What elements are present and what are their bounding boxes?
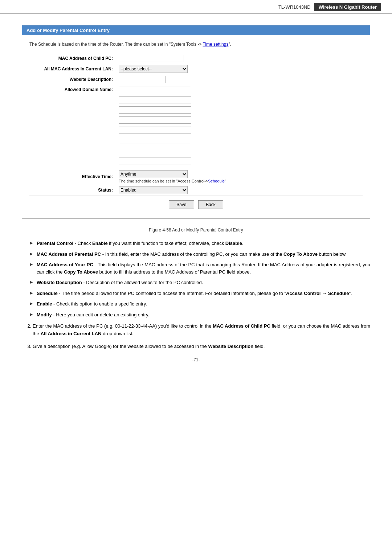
domain-row-1: Allowed Domain Name: bbox=[29, 85, 363, 95]
form-table: MAC Address of Child PC: All MAC Address… bbox=[29, 53, 363, 196]
bullet-arrow-7: ► bbox=[29, 312, 34, 317]
save-button[interactable]: Save bbox=[169, 200, 194, 209]
domain-input-4[interactable] bbox=[119, 116, 191, 124]
website-desc-input[interactable] bbox=[119, 76, 166, 83]
page-header: TL-WR1043ND Wireless N Gigabit Router bbox=[0, 0, 392, 14]
domain-input-cell-1 bbox=[117, 85, 363, 95]
status-select[interactable]: Enabled Disabled bbox=[119, 186, 188, 194]
domain-input-2[interactable] bbox=[119, 96, 191, 103]
form-note: The Schedule is based on the time of the… bbox=[29, 41, 363, 48]
bullet-section: ► Parental Control - Check Enable if you… bbox=[22, 240, 370, 318]
domain-input-cell-2 bbox=[117, 95, 363, 105]
bullet-arrow-1: ► bbox=[29, 240, 34, 246]
domain-input-1[interactable] bbox=[119, 86, 191, 93]
bullet-item-modify: ► Modify - Here you can edit or delete a… bbox=[22, 311, 370, 319]
mac-address-input[interactable] bbox=[119, 55, 184, 62]
mac-address-input-cell bbox=[117, 53, 363, 63]
bullet-item-mac-your-pc: ► MAC Address of Your PC - This field di… bbox=[22, 261, 370, 275]
domain-row-7 bbox=[29, 145, 363, 156]
bullet-text-2: MAC Address of Parental PC - In this fie… bbox=[37, 251, 347, 258]
time-settings-link[interactable]: Time settings bbox=[203, 42, 229, 47]
domain-row-2 bbox=[29, 95, 363, 105]
bullet-arrow-2: ► bbox=[29, 251, 34, 257]
domain-label-2 bbox=[29, 95, 117, 105]
bullet-term-2: MAC Address of Parental PC bbox=[37, 251, 101, 257]
bullet-arrow-6: ► bbox=[29, 301, 34, 306]
page-title: Wireless N Gigabit Router bbox=[314, 3, 381, 11]
form-note-text: The Schedule is based on the time of the… bbox=[29, 42, 203, 47]
mac-address-row: MAC Address of Child PC: bbox=[29, 53, 363, 63]
effective-time-label: Effective Time: bbox=[29, 169, 117, 185]
bullet-text-7: Modify - Here you can edit or delete an … bbox=[37, 311, 149, 319]
status-cell: Enabled Disabled bbox=[117, 185, 363, 196]
bullet-term-3: MAC Address of Your PC bbox=[37, 262, 93, 267]
effective-time-cell: Anytime The time schedule can be set in … bbox=[117, 169, 363, 185]
domain-input-cell-4 bbox=[117, 115, 363, 125]
bullet-term-6: Enable bbox=[37, 301, 52, 307]
domain-row-6 bbox=[29, 135, 363, 145]
website-desc-bold: Website Description bbox=[208, 344, 253, 349]
domain-input-5[interactable] bbox=[119, 127, 191, 134]
copy-above-label-1: Copy To Above bbox=[283, 251, 318, 257]
website-desc-row: Website Description: bbox=[29, 74, 363, 85]
status-label: Status: bbox=[29, 185, 117, 196]
bullet-text-6: Enable - Check this option to enable a s… bbox=[37, 300, 147, 308]
form-box: Add or Modify Parental Control Entry The… bbox=[22, 25, 370, 219]
bullet-arrow-3: ► bbox=[29, 262, 34, 267]
domain-input-7[interactable] bbox=[119, 147, 191, 154]
bullet-item-parental-control: ► Parental Control - Check Enable if you… bbox=[22, 240, 370, 247]
numbered-item-2: Enter the MAC address of the PC (e.g. 00… bbox=[33, 323, 370, 338]
bullet-term-1: Parental Control bbox=[37, 241, 73, 246]
disable-label: Disable bbox=[225, 241, 242, 246]
domain-input-6[interactable] bbox=[119, 137, 191, 144]
all-mac-select[interactable]: --please select-- bbox=[119, 65, 188, 73]
mac-child-bold: MAC Address of Child PC bbox=[213, 323, 270, 329]
bullet-term-7: Modify bbox=[37, 312, 52, 317]
bullet-arrow-4: ► bbox=[29, 279, 34, 285]
bullet-arrow-5: ► bbox=[29, 290, 34, 296]
domain-input-cell-7 bbox=[117, 145, 363, 156]
back-button[interactable]: Back bbox=[198, 200, 223, 209]
bullet-item-schedule: ► Schedule - The time period allowed for… bbox=[22, 290, 370, 297]
model-name: TL-WR1043ND bbox=[278, 4, 311, 10]
bullet-item-mac-parental: ► MAC Address of Parental PC - In this f… bbox=[22, 251, 370, 258]
bullet-term-5: Schedule bbox=[37, 291, 58, 296]
form-note-end: ". bbox=[228, 42, 231, 47]
website-desc-input-cell bbox=[117, 74, 363, 85]
form-box-header: Add or Modify Parental Control Entry bbox=[22, 25, 370, 35]
page-number: -71- bbox=[22, 357, 370, 362]
all-mac-row: All MAC Address In Current LAN: --please… bbox=[29, 63, 363, 74]
schedule-link[interactable]: Schedule bbox=[208, 179, 225, 183]
all-mac-select-cell: --please select-- bbox=[117, 63, 363, 74]
all-address-bold: All Address in Current LAN bbox=[41, 331, 102, 336]
bullet-text-1: Parental Control - Check Enable if you w… bbox=[37, 240, 244, 247]
figure-caption: Figure 4-58 Add or Modify Parental Contr… bbox=[22, 227, 370, 233]
main-content: Add or Modify Parental Control Entry The… bbox=[0, 21, 392, 373]
bullet-text-4: Website Description - Description of the… bbox=[37, 279, 203, 286]
domain-input-cell-6 bbox=[117, 135, 363, 145]
domain-input-cell-3 bbox=[117, 105, 363, 115]
mac-address-label: MAC Address of Child PC: bbox=[29, 53, 117, 63]
status-row: Status: Enabled Disabled bbox=[29, 185, 363, 196]
spacer-row bbox=[29, 166, 363, 169]
numbered-list: Enter the MAC address of the PC (e.g. 00… bbox=[22, 323, 370, 350]
bullet-term-4: Website Description bbox=[37, 280, 82, 285]
form-title: Add or Modify Parental Control Entry bbox=[26, 28, 110, 33]
access-control-schedule-label: Access Control → Schedule bbox=[286, 291, 349, 296]
domain-label: Allowed Domain Name: bbox=[29, 85, 117, 95]
all-mac-label: All MAC Address In Current LAN: bbox=[29, 63, 117, 74]
button-row: Save Back bbox=[29, 196, 363, 213]
domain-input-3[interactable] bbox=[119, 106, 191, 114]
effective-time-row: Effective Time: Anytime The time schedul… bbox=[29, 169, 363, 185]
website-desc-label: Website Description: bbox=[29, 74, 117, 85]
domain-input-8[interactable] bbox=[119, 157, 191, 164]
bullet-text-3: MAC Address of Your PC - This field disp… bbox=[37, 261, 370, 275]
domain-input-cell-5 bbox=[117, 125, 363, 135]
domain-row-4 bbox=[29, 115, 363, 125]
domain-input-cell-8 bbox=[117, 156, 363, 166]
domain-row-3 bbox=[29, 105, 363, 115]
effective-time-select[interactable]: Anytime bbox=[119, 170, 188, 178]
enable-label: Enable bbox=[92, 241, 108, 246]
copy-above-label-2: Copy To Above bbox=[64, 269, 98, 275]
domain-row-5 bbox=[29, 125, 363, 135]
